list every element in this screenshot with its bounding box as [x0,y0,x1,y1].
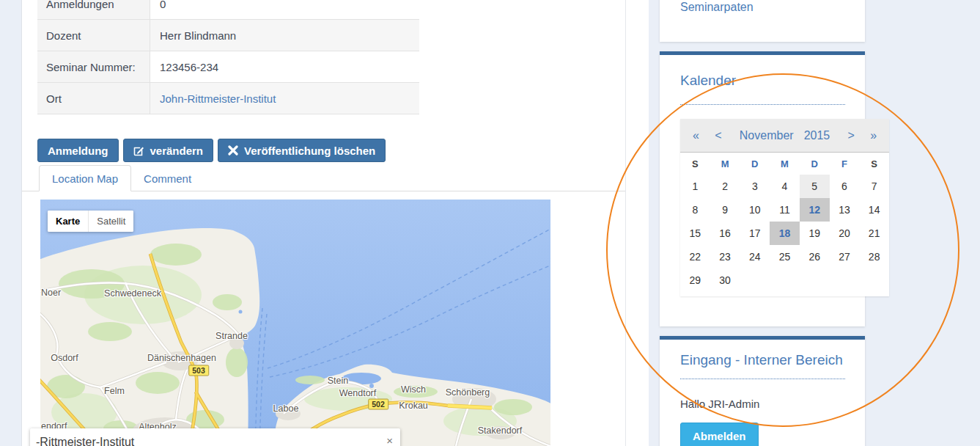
calendar-day-header[interactable]: F [830,153,860,175]
calendar-day-header[interactable]: M [710,153,740,175]
calendar-day-header: S [680,153,710,175]
calendar-day-header: S [859,153,889,175]
card-top-accent [660,336,865,340]
veraendern-button[interactable]: verändern [123,139,214,162]
calendar-empty-cell [740,268,770,292]
map-type-satellit-button[interactable]: Satellit [88,211,133,232]
map-place-label: Strande [215,331,248,341]
calendar-day-13: 13 [830,198,860,222]
edit-icon [133,145,144,156]
calendar-next-month-button[interactable]: > [846,129,857,142]
calendar-day-18[interactable]: 18 [770,222,800,245]
close-icon[interactable]: × [386,435,393,446]
map-place-label: Noer [41,288,61,298]
map-place-label: Stakendorf [478,425,522,436]
map-type-karte-button[interactable]: Karte [48,211,88,232]
calendar-day-6: 6 [830,175,860,198]
row-value: 123456-234 [150,51,419,82]
card-top-accent [660,51,865,55]
calendar-day-20: 20 [830,222,860,245]
calendar-day-10: 10 [740,198,770,222]
route-badge: 503 [188,365,209,376]
calendar-widget: « < November 2015 > » SMDMDFS12345678910… [680,119,889,296]
row-value: Herr Blindmann [150,20,419,51]
calendar-month-year: November 2015 [735,129,834,142]
calendar-nav: « < November 2015 > » [680,119,889,153]
calendar-day-24: 24 [740,245,770,268]
row-value: 0 [150,0,419,19]
calendar-month-label: November [740,129,794,142]
row-value-link[interactable]: John-Rittmeister-Institut [150,83,419,114]
calendar-day-header[interactable]: M [770,153,800,175]
eingang-heading: Eingang - Interner Bereich [680,352,843,368]
anmeldung-button-label: Anmeldung [48,145,108,157]
tab-comment[interactable]: Comment [131,165,204,191]
calendar-day-23: 23 [710,245,740,268]
calendar-day-17: 17 [740,222,770,245]
calendar-empty-cell [770,268,800,292]
calendar-prev-year-button[interactable]: « [690,129,701,142]
calendar-day-8: 8 [680,198,710,222]
calendar-day-3: 3 [740,175,770,198]
veraendern-button-label: verändern [150,145,204,157]
calendar-day-15: 15 [680,222,710,245]
calendar-day-7: 7 [859,175,889,198]
table-row: Anmeldungen0 [37,0,419,19]
calendar-empty-cell [800,268,830,292]
map-place-label: Schönberg [446,387,490,398]
calendar-day-29: 29 [680,268,710,292]
page-canvas: Anmeldungen0DozentHerr BlindmannSeminar … [0,0,980,446]
tab-bar: Location MapComment [22,165,625,191]
panel-right-border [625,0,626,446]
map-type-control: Karte Satellit [48,211,133,232]
calendar-day-2: 2 [710,175,740,198]
dotted-separator [680,379,845,379]
seminarpaten-link[interactable]: Seminarpaten [680,1,754,14]
table-row: Seminar Nummer:123456-234 [37,51,419,82]
map-place-label: Schwedeneck [104,288,161,299]
tab-location-map[interactable]: Location Map [39,165,131,191]
calendar-day-header[interactable]: D [800,153,830,175]
map-info-window: -Rittmeister-Institut × [30,428,400,446]
anmeldung-button[interactable]: Anmeldung [37,139,119,162]
calendar-day-21: 21 [859,222,889,245]
calendar-next-year-button[interactable]: » [868,129,879,142]
delete-x-icon [228,145,238,156]
calendar-prev-month-button[interactable]: < [712,129,723,142]
calendar-day-header[interactable]: D [740,153,770,175]
row-label: Seminar Nummer: [37,51,150,82]
calendar-day-22: 22 [680,245,710,268]
kalender-heading: Kalender [680,73,736,89]
table-row: OrtJohn-Rittmeister-Institut [37,82,419,114]
row-label: Dozent [37,20,150,51]
location-map[interactable]: NoerSchwedeneckStrandeDänischenhagenOsdo… [40,200,550,446]
table-row: DozentHerr Blindmann [37,19,419,51]
greeting-text: Hallo JRI-Admin [680,398,759,410]
calendar-day-25: 25 [770,245,800,268]
eingang-card: Eingang - Interner Bereich Hallo JRI-Adm… [660,336,865,446]
map-place-label: Dänischenhagen [147,353,216,363]
seminarpaten-card: Seminarpaten [660,0,865,42]
map-place-label: Osdorf [51,353,78,363]
map-place-label: Krokau [399,401,428,411]
dotted-separator [680,104,845,105]
map-place-label: Stein [328,376,349,386]
abmelden-button[interactable]: Abmelden [680,423,759,446]
calendar-day-11: 11 [770,198,800,222]
calendar-grid: SMDMDFS123456789101112131415161718192021… [680,153,889,296]
action-bar: Anmeldung verändern Veröffentlichung lös… [37,139,386,162]
route-badge: 502 [368,399,388,410]
calendar-empty-cell [830,268,860,292]
veroeffentlichung-loeschen-button[interactable]: Veröffentlichung löschen [218,139,386,162]
tabs: Location MapComment [39,165,204,191]
map-place-label: Wisch [401,384,426,395]
calendar-day-19: 19 [800,222,830,245]
seminar-details-table: Anmeldungen0DozentHerr BlindmannSeminar … [37,0,419,114]
map-place-label: Wendtorf [339,388,377,398]
map-place-label: Felm [104,386,125,396]
calendar-day-12[interactable]: 12 [800,198,830,222]
row-label: Anmeldungen [37,0,150,19]
calendar-day-9: 9 [710,198,740,222]
calendar-day-14: 14 [859,198,889,222]
calendar-empty-cell [859,268,889,292]
